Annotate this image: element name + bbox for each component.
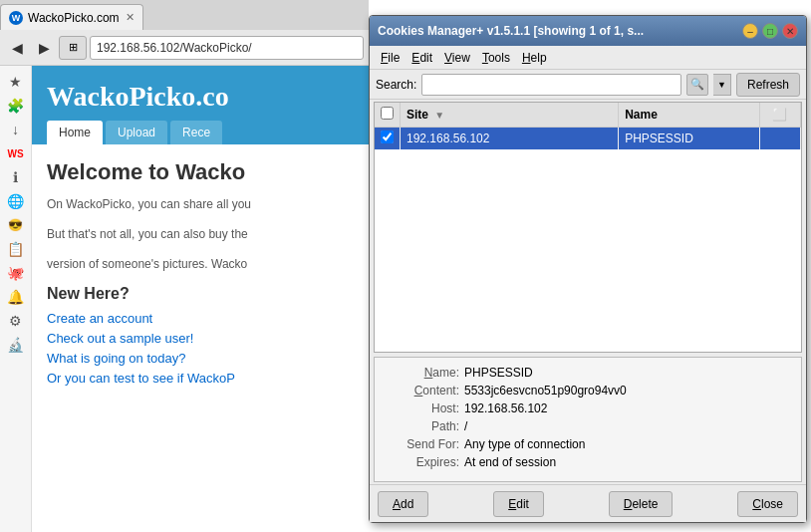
- table-header: Site ▼ Name ⬜: [375, 103, 801, 128]
- menu-help[interactable]: Help: [516, 49, 553, 67]
- detail-content-row: Content: 5533jc6esvcno51p90gro94vv0: [385, 384, 791, 398]
- row-flag: [759, 128, 800, 150]
- detail-host-value: 192.168.56.102: [464, 401, 791, 415]
- menu-file[interactable]: File: [375, 49, 406, 67]
- detail-sendfor-value: Any type of connection: [464, 437, 791, 451]
- sidebar-bell-icon[interactable]: 🔔: [5, 286, 27, 308]
- wp-description-1: On WackoPicko, you can share all you: [47, 195, 354, 213]
- detail-host-row: Host: 192.168.56.102: [385, 401, 791, 415]
- wp-nav-home[interactable]: Home: [47, 121, 103, 144]
- search-label: Search:: [376, 78, 416, 92]
- wp-link-whats-going-on[interactable]: What is going on today?: [47, 351, 354, 366]
- wp-link-create-account[interactable]: Create an account: [47, 311, 354, 326]
- detail-name-row: Name: PHPSESSID: [385, 366, 791, 380]
- menu-view[interactable]: View: [438, 49, 476, 67]
- add-button[interactable]: Add: [378, 491, 428, 517]
- detail-path-value: /: [464, 419, 791, 433]
- row-checkbox[interactable]: [381, 131, 394, 143]
- row-name: PHPSESSID: [619, 128, 760, 150]
- table-body: 192.168.56.102 PHPSESSID: [375, 128, 801, 150]
- forward-button[interactable]: ▶: [32, 36, 56, 60]
- wp-description-2: But that's not all, you can also buy the: [47, 225, 354, 243]
- close-dialog-button[interactable]: Close: [737, 491, 798, 517]
- window-minimize-button[interactable]: –: [742, 23, 758, 39]
- sidebar-bug-icon[interactable]: 🐙: [5, 262, 27, 284]
- cookie-details: Name: PHPSESSID Content: 5533jc6esvcno51…: [374, 357, 802, 482]
- wp-link-sample-user[interactable]: Check out a sample user!: [47, 331, 354, 346]
- tab-title: WackoPicko.com: [28, 11, 120, 25]
- detail-name-value: PHPSESSID: [464, 366, 791, 380]
- detail-name-label: Name:: [385, 366, 464, 380]
- th-site[interactable]: Site ▼: [401, 103, 619, 128]
- webpage-content: WackoPicko.co Home Upload Rece Welcome t…: [32, 66, 369, 532]
- apps-button[interactable]: ⊞: [59, 36, 87, 60]
- wp-welcome-heading: Welcome to Wacko: [47, 159, 354, 185]
- sidebar-download-icon[interactable]: ↓: [5, 119, 27, 140]
- wp-navigation: Home Upload Rece: [47, 121, 354, 144]
- sidebar-lab-icon[interactable]: 🔬: [5, 334, 27, 356]
- row-site: 192.168.56.102: [401, 128, 619, 150]
- sidebar-face-icon[interactable]: 😎: [5, 214, 27, 236]
- cookie-table: Site ▼ Name ⬜ 192.168.56.102: [375, 103, 801, 149]
- dialog-titlebar: Cookies Manager+ v1.5.1.1 [showing 1 of …: [370, 16, 806, 46]
- wp-link-test[interactable]: Or you can test to see if WackoP: [47, 371, 354, 386]
- detail-path-label: Path:: [385, 419, 464, 433]
- search-icon[interactable]: 🔍: [686, 74, 708, 96]
- sidebar-globe-icon[interactable]: 🌐: [5, 190, 27, 212]
- detail-sendfor-label: Send For:: [385, 437, 464, 451]
- detail-path-row: Path: /: [385, 419, 791, 433]
- cookie-table-container[interactable]: Site ▼ Name ⬜ 192.168.56.102: [374, 102, 802, 353]
- browser-toolbar: ◀ ▶ ⊞ 192.168.56.102/WackoPicko/: [0, 30, 369, 66]
- th-flag[interactable]: ⬜: [759, 103, 800, 128]
- detail-content-value: 5533jc6esvcno51p90gro94vv0: [464, 384, 791, 398]
- detail-expires-label: Expires:: [385, 455, 464, 469]
- wp-nav-upload[interactable]: Upload: [106, 121, 167, 144]
- menu-bar: File Edit View Tools Help: [370, 46, 806, 70]
- firefox-sidebar: ★ 🧩 ↓ WS ℹ 🌐 😎 📋 🐙 🔔 ⚙ 🔬: [0, 66, 32, 532]
- select-all-checkbox[interactable]: [381, 107, 394, 120]
- delete-button[interactable]: Delete: [609, 491, 674, 517]
- wp-body: Welcome to Wacko On WackoPicko, you can …: [32, 144, 369, 405]
- wp-description-3: version of someone's pictures. Wacko: [47, 255, 354, 273]
- table-row[interactable]: 192.168.56.102 PHPSESSID: [375, 128, 801, 150]
- address-bar[interactable]: 192.168.56.102/WackoPicko/: [90, 36, 364, 60]
- browser-tab[interactable]: W WackoPicko.com ✕: [0, 4, 143, 30]
- window-restore-button[interactable]: □: [762, 23, 778, 39]
- wp-header: WackoPicko.co Home Upload Rece: [32, 66, 369, 144]
- row-checkbox-cell[interactable]: [375, 128, 401, 150]
- menu-tools[interactable]: Tools: [476, 49, 516, 67]
- search-bar: Search: 🔍 ▼ Refresh: [370, 70, 806, 100]
- tab-favicon: W: [9, 11, 23, 25]
- dialog-bottom-bar: Add Edit Delete Close: [370, 484, 806, 522]
- wp-site-title: WackoPicko.co: [47, 81, 354, 113]
- th-name[interactable]: Name: [619, 103, 760, 128]
- sidebar-bookmark-icon[interactable]: ★: [5, 71, 27, 93]
- wp-nav-recent[interactable]: Rece: [170, 121, 222, 144]
- edit-button[interactable]: Edit: [493, 491, 544, 517]
- site-sort-icon: ▼: [434, 110, 444, 121]
- th-checkbox: [375, 103, 401, 128]
- search-dropdown-button[interactable]: ▼: [713, 74, 731, 96]
- sidebar-gear-icon[interactable]: ⚙: [5, 310, 27, 332]
- sidebar-extension-icon[interactable]: 🧩: [5, 95, 27, 117]
- search-input[interactable]: [421, 74, 681, 96]
- tab-bar: W WackoPicko.com ✕: [0, 0, 369, 30]
- address-text: 192.168.56.102/WackoPicko/: [97, 41, 252, 55]
- tab-close-button[interactable]: ✕: [126, 11, 135, 24]
- detail-expires-value: At end of session: [464, 455, 791, 469]
- back-button[interactable]: ◀: [5, 36, 29, 60]
- sidebar-ws-icon[interactable]: WS: [5, 142, 27, 164]
- menu-edit[interactable]: Edit: [406, 49, 438, 67]
- window-close-button[interactable]: ✕: [782, 23, 798, 39]
- cookies-manager-dialog: Cookies Manager+ v1.5.1.1 [showing 1 of …: [369, 15, 807, 523]
- sidebar-info-icon[interactable]: ℹ: [5, 166, 27, 188]
- detail-content-label: Content:: [385, 384, 464, 398]
- wp-new-here-heading: New Here?: [47, 285, 354, 303]
- detail-sendfor-row: Send For: Any type of connection: [385, 437, 791, 451]
- refresh-button[interactable]: Refresh: [736, 73, 800, 97]
- detail-expires-row: Expires: At end of session: [385, 455, 791, 469]
- detail-host-label: Host:: [385, 401, 464, 415]
- sidebar-clipboard-icon[interactable]: 📋: [5, 238, 27, 260]
- dialog-title: Cookies Manager+ v1.5.1.1 [showing 1 of …: [378, 24, 738, 38]
